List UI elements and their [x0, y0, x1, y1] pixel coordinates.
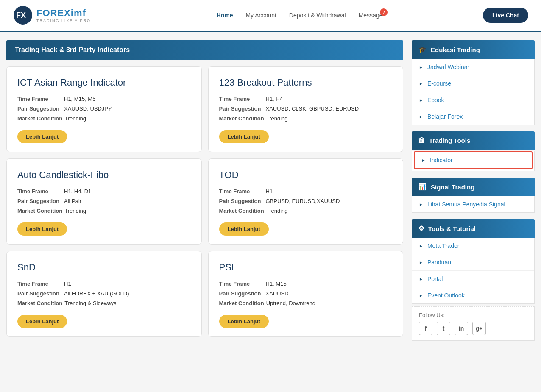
arrow-icon: ► [419, 65, 423, 70]
tools-icon: 🏛 [418, 137, 425, 144]
svg-text:FX: FX [16, 11, 26, 19]
card-title-0: ICT Asian Range Indicator [17, 77, 191, 88]
social-icons: f t in g+ [419, 322, 527, 335]
trading-tools-item-0[interactable]: ►Indicator [414, 151, 533, 169]
card-pair-4: Pair Suggestion All FOREX + XAU (GOLD) [17, 290, 191, 297]
sidebar-tools-tutorial-body: ►Meta Trader►Panduan►Portal►Event Outloo… [412, 238, 535, 304]
arrow-icon: ► [419, 98, 423, 103]
signal-item-0[interactable]: ►Lihat Semua Penyedia Signal [412, 196, 534, 212]
card-title-2: Auto Candlestick-Fibo [17, 170, 191, 181]
linkedin-icon[interactable]: in [455, 322, 468, 335]
arrow-icon: ► [419, 244, 423, 248]
tools-tutorial-item-3[interactable]: ►Event Outlook [412, 287, 534, 303]
arrow-icon: ► [419, 81, 423, 86]
header: FX FOREXimf TRADING LIKE A PRO Home My A… [0, 0, 541, 32]
card-title-5: PSI [219, 262, 393, 273]
card-condition-1: Market Condition Trending [219, 115, 393, 122]
card-condition-2: Market Condition Trending [17, 208, 191, 214]
nav-deposit[interactable]: Deposit & Withdrawal [289, 12, 346, 19]
lebih-lanjut-btn-4[interactable]: Lebih Lanjut [17, 315, 67, 328]
lebih-lanjut-btn-3[interactable]: Lebih Lanjut [219, 222, 269, 236]
logo-icon: FX [13, 5, 33, 25]
lebih-lanjut-btn-5[interactable]: Lebih Lanjut [219, 315, 269, 328]
card-5: PSI Time Frame H1, M15 Pair Suggestion X… [208, 251, 404, 337]
sidebar-edukasi: 🎓 Edukasi Trading ►Jadwal Webinar►E-cour… [412, 40, 535, 125]
nav-message[interactable]: Message 7 [359, 12, 383, 19]
main-layout: Trading Hack & 3rd Party Indicators ICT … [0, 32, 541, 356]
sidebar-tools-tutorial-header: ⚙ Tools & Tutorial [412, 219, 535, 238]
tools-tutorial-item-1[interactable]: ►Panduan [412, 254, 534, 271]
card-2: Auto Candlestick-Fibo Time Frame H1, H4,… [6, 158, 202, 245]
tools-tutorial-item-0[interactable]: ►Meta Trader [412, 238, 534, 254]
arrow-icon: ► [421, 158, 426, 163]
arrow-icon: ► [419, 277, 423, 281]
sidebar-edukasi-header: 🎓 Edukasi Trading [412, 40, 535, 59]
logo-forex-text: FOREXimf [36, 8, 91, 19]
arrow-icon: ► [419, 202, 423, 207]
card-title-4: SnD [17, 262, 191, 273]
card-timeframe-3: Time Frame H1 [219, 188, 393, 195]
cards-grid: ICT Asian Range Indicator Time Frame H1,… [6, 66, 403, 337]
sidebar-signal-body: ►Lihat Semua Penyedia Signal [412, 196, 535, 213]
sidebar-trading-tools-header: 🏛 Trading Tools [412, 131, 535, 150]
sidebar-signal-trading: 📊 Signal Trading ►Lihat Semua Penyedia S… [412, 178, 535, 213]
arrow-icon: ► [419, 260, 423, 265]
sidebar-signal-header: 📊 Signal Trading [412, 178, 535, 196]
sidebar-edukasi-body: ►Jadwal Webinar►E-course►Ebook►Belajar F… [412, 59, 535, 125]
card-pair-2: Pair Suggestion All Pair [17, 198, 191, 204]
edukasi-item-3[interactable]: ►Belajar Forex [412, 108, 534, 125]
card-title-1: 123 Breakout Patterns [219, 77, 393, 88]
follow-us-label: Follow Us: f t in g+ [412, 306, 534, 340]
card-condition-0: Market Condition Trending [17, 115, 191, 122]
card-condition-3: Market Condition Trending [219, 208, 393, 214]
logo[interactable]: FX FOREXimf TRADING LIKE A PRO [13, 5, 91, 25]
message-badge: 7 [380, 8, 388, 16]
lebih-lanjut-btn-0[interactable]: Lebih Lanjut [17, 130, 67, 143]
settings-icon: ⚙ [418, 225, 424, 232]
card-pair-1: Pair Suggestion XAUUSD, CLSK, GBPUSD, EU… [219, 106, 393, 112]
follow-us-section: Follow Us: f t in g+ [412, 306, 535, 341]
sidebar-trading-tools: 🏛 Trading Tools ►Indicator [412, 131, 535, 171]
card-timeframe-2: Time Frame H1, H4, D1 [17, 188, 191, 195]
card-1: 123 Breakout Patterns Time Frame H1, H4 … [208, 66, 404, 152]
card-3: TOD Time Frame H1 Pair Suggestion GBPUSD… [208, 158, 404, 245]
googleplus-icon[interactable]: g+ [472, 322, 486, 335]
card-4: SnD Time Frame H1 Pair Suggestion All FO… [6, 251, 202, 337]
edukasi-item-1[interactable]: ►E-course [412, 75, 534, 92]
card-timeframe-1: Time Frame H1, H4 [219, 96, 393, 102]
edukasi-item-0[interactable]: ►Jadwal Webinar [412, 59, 534, 75]
lebih-lanjut-btn-1[interactable]: Lebih Lanjut [219, 130, 269, 143]
card-condition-4: Market Condition Trending & Sideways [17, 300, 191, 306]
section-header: Trading Hack & 3rd Party Indicators [6, 40, 403, 60]
facebook-icon[interactable]: f [419, 322, 432, 335]
twitter-icon[interactable]: t [437, 322, 450, 335]
logo-tagline: TRADING LIKE A PRO [36, 19, 91, 23]
signal-icon: 📊 [418, 183, 427, 191]
card-pair-5: Pair Suggestion XAUUSD [219, 290, 393, 297]
nav-home[interactable]: Home [217, 12, 233, 19]
arrow-icon: ► [419, 293, 423, 298]
card-timeframe-4: Time Frame H1 [17, 281, 191, 287]
sidebar-trading-tools-body: ►Indicator [412, 151, 535, 171]
nav-right: Live Chat [483, 8, 528, 23]
card-timeframe-0: Time Frame H1, M15, M5 [17, 96, 191, 102]
arrow-icon: ► [419, 114, 423, 119]
content-area: Trading Hack & 3rd Party Indicators ICT … [6, 40, 403, 347]
sidebar: 🎓 Edukasi Trading ►Jadwal Webinar►E-cour… [412, 40, 535, 347]
nav-my-account[interactable]: My Account [245, 12, 276, 19]
edukasi-item-2[interactable]: ►Ebook [412, 92, 534, 108]
card-0: ICT Asian Range Indicator Time Frame H1,… [6, 66, 202, 152]
sidebar-tools-tutorial: ⚙ Tools & Tutorial ►Meta Trader►Panduan►… [412, 219, 535, 341]
card-pair-3: Pair Suggestion GBPUSD, EURUSD,XAUUSD [219, 198, 393, 204]
card-timeframe-5: Time Frame H1, M15 [219, 281, 393, 287]
lebih-lanjut-btn-2[interactable]: Lebih Lanjut [17, 222, 67, 236]
live-chat-button[interactable]: Live Chat [483, 8, 528, 23]
main-nav: Home My Account Deposit & Withdrawal Mes… [116, 12, 483, 19]
graduation-icon: 🎓 [418, 46, 427, 53]
card-title-3: TOD [219, 170, 393, 181]
card-pair-0: Pair Suggestion XAUUSD, USDJPY [17, 106, 191, 112]
tools-tutorial-item-2[interactable]: ►Portal [412, 271, 534, 287]
card-condition-5: Market Condition Uptrend, Downtrend [219, 300, 393, 306]
